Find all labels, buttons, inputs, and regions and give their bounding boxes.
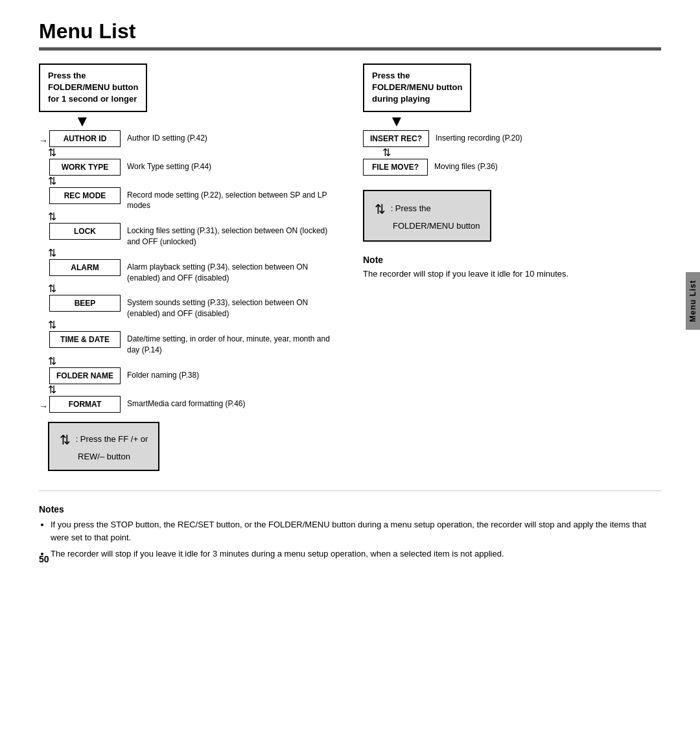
right-column: Press the FOLDER/MENU button during play…	[363, 63, 661, 471]
press-box-left: Press the FOLDER/MENU button for 1 secon…	[39, 63, 147, 112]
right-menu-row-insert-rec: INSERT REC? Inserting recording (P.20)	[363, 130, 661, 147]
right-menu-desc-file-move: Moving files (P.36)	[434, 161, 498, 172]
arrow-down-right: ▼	[389, 113, 661, 129]
menu-desc-lock: Locking files setting (P.31), selection …	[127, 225, 337, 248]
press-ff-text2: REW/– button	[78, 452, 130, 461]
divider	[39, 490, 661, 491]
right-menu-row-file-move: FILE MOVE? Moving files (P.36)	[363, 159, 661, 176]
updown-rec-lock: ⇅	[48, 212, 337, 222]
notes-list-item-1: If you press the STOP button, the REC/SE…	[51, 518, 661, 544]
menu-item-alarm: ALARM	[49, 259, 121, 276]
menu-desc-author-id: Author ID setting (P.42)	[127, 133, 337, 144]
menu-item-format: FORMAT	[49, 396, 121, 413]
menu-flow-left: → AUTHOR ID Author ID setting (P.42) ⇅ →…	[39, 130, 337, 413]
menu-row-work-type: → WORK TYPE Work Type setting (P.44)	[39, 159, 337, 176]
updown-alarm-beep: ⇅	[48, 284, 337, 294]
note-section: Note The recorder will stop if you leave…	[363, 255, 661, 281]
menu-row-beep: → BEEP System sounds setting (P.33), sel…	[39, 295, 337, 319]
press-box-right-line2: FOLDER/MENU button	[372, 82, 462, 92]
notes-list-item-2: The recorder will stop if you leave it i…	[51, 547, 661, 560]
page-number: 50	[39, 554, 49, 564]
updown-insert-file: ⇅	[363, 148, 661, 158]
menu-item-folder-name: FOLDER NAME	[49, 367, 121, 384]
updown-lock-alarm: ⇅	[48, 248, 337, 259]
right-menu-item-insert-rec: INSERT REC?	[363, 130, 429, 147]
updown-work-rec: ⇅	[48, 176, 337, 187]
arrow-down-left: ▼	[75, 113, 337, 129]
menu-desc-work-type: Work Type setting (P.44)	[127, 161, 337, 172]
menu-desc-beep: System sounds setting (P.33), selection …	[127, 297, 337, 319]
right-flow: INSERT REC? Inserting recording (P.20) ⇅…	[363, 130, 661, 176]
menu-item-work-type: WORK TYPE	[49, 159, 121, 176]
menu-desc-folder-name: Folder naming (P.38)	[127, 370, 337, 381]
press-box-right: Press the FOLDER/MENU button during play…	[363, 63, 471, 112]
title-rule	[39, 47, 661, 51]
press-folder-box: ⇅ : Press the FOLDER/MENU button	[363, 190, 491, 242]
menu-row-time-date: → TIME & DATE Date/time setting, in orde…	[39, 331, 337, 356]
updown-author-work: ⇅	[48, 148, 337, 158]
menu-desc-time-date: Date/time setting, in order of hour, min…	[127, 334, 337, 356]
ff-updown-icon: ⇅	[60, 433, 71, 447]
menu-row-format: → FORMAT SmartMedia card formatting (P.4…	[39, 396, 337, 413]
press-ff-text1: : Press the FF /+ or	[76, 434, 148, 444]
menu-row-folder-name: → FOLDER NAME Folder naming (P.38)	[39, 367, 337, 384]
updown-folder-format: ⇅	[48, 385, 337, 395]
right-menu-item-file-move: FILE MOVE?	[363, 159, 428, 176]
page-title: Menu List	[39, 19, 661, 43]
press-folder-text1: : Press the	[391, 203, 431, 213]
menu-row-rec-mode: → REC MODE Record mode setting (P.22), s…	[39, 187, 337, 212]
side-label: Menu List	[686, 272, 700, 330]
notes-list: If you press the STOP button, the REC/SE…	[39, 518, 661, 560]
menu-desc-alarm: Alarm playback setting (P.34), selection…	[127, 262, 337, 284]
left-column: Press the FOLDER/MENU button for 1 secon…	[39, 63, 337, 471]
press-box-right-line3: during playing	[372, 94, 430, 104]
menu-item-beep: BEEP	[49, 295, 121, 312]
updown-beep-time: ⇅	[48, 320, 337, 330]
press-box-left-line1: Press the	[48, 71, 86, 80]
press-ff-box: ⇅ : Press the FF /+ or REW/– button	[48, 422, 159, 472]
menu-item-lock: LOCK	[49, 223, 121, 240]
press-box-right-line1: Press the	[372, 71, 410, 80]
menu-row-lock: → LOCK Locking files setting (P.31), sel…	[39, 223, 337, 248]
press-folder-text2: FOLDER/MENU button	[393, 221, 480, 231]
arrow-prefix-format: →	[39, 401, 48, 411]
bottom-notes: Notes If you press the STOP button, the …	[39, 504, 661, 560]
note-title: Note	[363, 255, 661, 265]
menu-desc-rec-mode: Record mode setting (P.22), selection be…	[127, 190, 337, 212]
notes-title: Notes	[39, 504, 661, 514]
menu-row-alarm: → ALARM Alarm playback setting (P.34), s…	[39, 259, 337, 284]
right-menu-desc-insert-rec: Inserting recording (P.20)	[436, 133, 522, 144]
menu-row-author-id: → AUTHOR ID Author ID setting (P.42)	[39, 130, 337, 147]
page-container: Menu List Press the FOLDER/MENU button f…	[0, 0, 700, 590]
menu-item-time-date: TIME & DATE	[49, 331, 121, 348]
press-box-left-line3: for 1 second or longer	[48, 94, 137, 104]
menu-desc-format: SmartMedia card formatting (P.46)	[127, 398, 337, 409]
updown-time-folder: ⇅	[48, 356, 337, 367]
arrow-prefix-author-id: →	[39, 135, 48, 146]
folder-updown-icon: ⇅	[375, 202, 386, 216]
press-box-left-line2: FOLDER/MENU button	[48, 82, 138, 92]
menu-item-rec-mode: REC MODE	[49, 187, 121, 204]
note-text: The recorder will stop if you leave it i…	[363, 268, 661, 281]
main-columns: Press the FOLDER/MENU button for 1 secon…	[39, 63, 661, 471]
menu-item-author-id: AUTHOR ID	[49, 130, 121, 147]
